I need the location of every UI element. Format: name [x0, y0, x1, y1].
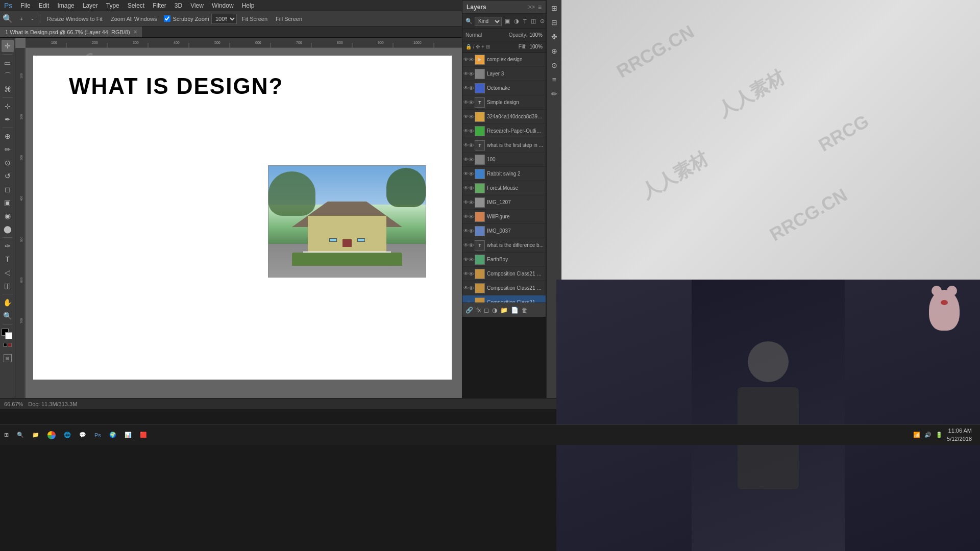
tool-wand[interactable]: ⌘ [2, 83, 14, 95]
tool-lasso[interactable]: ⌒ [2, 70, 14, 82]
menu-select[interactable]: Select [124, 0, 149, 11]
layers-text-btn[interactable]: T [522, 18, 528, 25]
layer-eye-324a[interactable]: 👁 [464, 113, 473, 121]
layer-item-octomake[interactable]: 👁 Octomake [462, 81, 546, 95]
fx-btn[interactable]: fx [476, 307, 481, 314]
layer-item-complex-design[interactable]: 👁 ▶ complex design [462, 53, 546, 67]
layer-eye-layer3[interactable]: 👁 [464, 70, 473, 78]
tool-history-brush[interactable]: ↺ [2, 170, 14, 182]
layer-item-img0037[interactable]: 👁 IMG_0037 [462, 224, 546, 238]
screen-mode-btn[interactable]: ⊟ [4, 354, 12, 362]
layer-eye-research[interactable]: 👁 [464, 127, 473, 135]
taskbar-app2[interactable]: 🟥 [136, 425, 151, 445]
taskbar-ps[interactable]: Ps [90, 425, 105, 445]
layer-eye-img0037[interactable]: 👁 [464, 227, 473, 235]
layer-eye-simple-design[interactable]: 👁 [464, 98, 473, 107]
layer-item-forest-mouse[interactable]: 👁 Forest Mouse [462, 181, 546, 195]
taskbar-skype[interactable]: 💬 [75, 425, 90, 445]
fill-screen-btn[interactable]: Fill Screen [273, 15, 305, 23]
layers-expand-btn[interactable]: >> [528, 4, 535, 11]
panel-icon-4[interactable]: ⊕ [548, 45, 560, 57]
panel-icon-3[interactable]: ✤ [548, 31, 560, 43]
menu-view[interactable]: View [186, 0, 208, 11]
panel-icon-7[interactable]: ✏ [548, 88, 560, 100]
tool-crop[interactable]: ⊹ [2, 100, 14, 112]
background-color[interactable] [5, 332, 12, 339]
layer-item-difference[interactable]: 👁 T what is the difference b... [462, 238, 546, 253]
tool-clone[interactable]: ⊙ [2, 157, 14, 169]
tool-path[interactable]: ◁ [2, 266, 14, 279]
menu-image[interactable]: Image [53, 0, 78, 11]
layers-shape-btn[interactable]: ◫ [530, 17, 537, 25]
taskbar-search[interactable]: 🔍 [13, 425, 28, 445]
layers-kind-select[interactable]: Kind Name Effect [475, 17, 502, 26]
zoom-in-btn[interactable]: + [17, 15, 26, 23]
taskbar-edge[interactable]: 🌐 [60, 425, 75, 445]
tool-shape[interactable]: ◫ [2, 280, 14, 292]
delete-layer-btn[interactable]: 🗑 [522, 307, 528, 314]
layer-eye-octomake[interactable]: 👁 [464, 84, 473, 92]
menu-3d[interactable]: 3D [170, 0, 186, 11]
layers-pixel-btn[interactable]: ▣ [504, 17, 511, 25]
layer-item-comp21[interactable]: 👁 Composition Class21 [462, 295, 546, 303]
layer-eye-comp21[interactable]: 👁 [464, 298, 473, 303]
canvas-area[interactable]: 100 200 300 400 500 600 700 800 900 1000… [15, 38, 462, 398]
layer-item-layer3[interactable]: 👁 Layer 3 [462, 67, 546, 81]
layer-item-rabbit[interactable]: 👁 Rabbit swing 2 [462, 167, 546, 181]
panel-icon-2[interactable]: ⊟ [548, 16, 560, 29]
add-mask-btn[interactable]: ◻ [484, 307, 489, 314]
tool-zoom[interactable]: 🔍 [2, 310, 14, 322]
tool-pen[interactable]: ✑ [2, 240, 14, 252]
new-layer-btn[interactable]: 📄 [511, 307, 519, 314]
standard-mode-icon[interactable] [4, 343, 8, 347]
layer-eye-img1207[interactable]: 👁 [464, 198, 473, 207]
layer-eye-rabbit[interactable]: 👁 [464, 170, 473, 178]
layers-smart-btn[interactable]: ⊙ [539, 17, 546, 25]
tool-eyedropper[interactable]: ✒ [2, 113, 14, 126]
tool-marquee[interactable]: ▭ [2, 57, 14, 69]
layer-item-willfigure[interactable]: 👁 WillFigure [462, 210, 546, 224]
layer-item-research[interactable]: 👁 Research-Paper-Outline-... [462, 124, 546, 138]
layer-item-img1207[interactable]: 👁 IMG_1207 [462, 195, 546, 210]
tool-text[interactable]: T [2, 253, 14, 265]
layer-eye-earthboy[interactable]: 👁 [464, 256, 473, 264]
menu-layer[interactable]: Layer [79, 0, 102, 11]
tool-blur[interactable]: ◉ [2, 210, 14, 222]
scrubby-zoom-cb[interactable] [164, 15, 170, 22]
layer-item-324a[interactable]: 👁 324a04a140dccb8d392... [462, 110, 546, 124]
resize-windows-btn[interactable]: Resize Windows to Fit [44, 15, 106, 23]
tool-hand[interactable]: ✋ [2, 296, 14, 309]
tool-dodge[interactable]: ⬤ [2, 223, 14, 235]
menu-window[interactable]: Window [208, 0, 238, 11]
menu-type[interactable]: Type [102, 0, 124, 11]
zoom-select[interactable]: 100% 66.7% 50% [211, 14, 237, 24]
layer-eye-complex-design[interactable]: 👁 [464, 56, 473, 64]
tool-eraser[interactable]: ◻ [2, 183, 14, 195]
layer-item-100[interactable]: 👁 100 [462, 153, 546, 167]
layer-eye-first-step[interactable]: 👁 [464, 141, 473, 149]
doc-tab-item[interactable]: 1 What is Design.psd @ 66.7% (Layer 44, … [0, 27, 143, 37]
link-layers-btn[interactable]: 🔗 [465, 307, 473, 314]
fit-screen-btn[interactable]: Fit Screen [239, 15, 271, 23]
layer-eye-forest-mouse[interactable]: 👁 [464, 184, 473, 192]
start-btn[interactable]: ⊞ [0, 425, 13, 445]
tool-gradient[interactable]: ▣ [2, 196, 14, 209]
layer-eye-100[interactable]: 👁 [464, 156, 473, 164]
layer-item-comp21-copy[interactable]: 👁 Composition Class21 copy [462, 267, 546, 281]
panel-icon-6[interactable]: ≡ [548, 73, 560, 86]
taskbar-chrome[interactable] [43, 425, 60, 445]
layer-eye-comp21-co[interactable]: 👁 [464, 284, 473, 292]
new-group-btn[interactable]: 📁 [500, 307, 508, 314]
panel-icon-5[interactable]: ⊙ [548, 59, 560, 71]
zoom-out-btn[interactable]: - [28, 15, 36, 23]
taskbar-app1[interactable]: 📊 [120, 425, 136, 445]
menu-file[interactable]: File [16, 0, 34, 11]
menu-help[interactable]: Help [238, 0, 259, 11]
layer-eye-comp21-copy[interactable]: 👁 [464, 270, 473, 278]
tool-heal[interactable]: ⊕ [2, 130, 14, 142]
taskbar-browser2[interactable]: 🌍 [105, 425, 120, 445]
quick-mask-icon[interactable] [8, 343, 12, 347]
zoom-all-btn[interactable]: Zoom All Windows [108, 15, 160, 23]
menu-edit[interactable]: Edit [35, 0, 54, 11]
layer-eye-difference[interactable]: 👁 [464, 241, 473, 249]
